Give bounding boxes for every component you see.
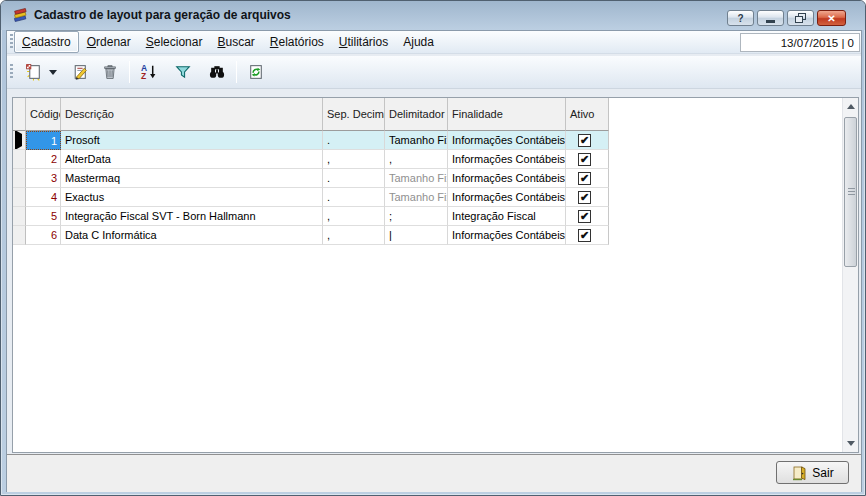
app-window: Cadastro de layout para geração de arqui… [0,0,866,496]
binoculars-icon [208,63,226,81]
cell-delimitador[interactable]: ; [385,207,448,226]
cell-sep-decimal[interactable]: . [323,169,385,188]
cell-descricao[interactable]: Mastermaq [61,169,323,188]
scrollbar-thumb[interactable] [844,117,857,267]
table-row[interactable]: 5 Integração Fiscal SVT - Born Hallmann … [13,207,609,226]
table-row[interactable]: 4 Exactus . Tamanho Fix Informações Cont… [13,188,609,207]
toolbar-separator [236,61,237,83]
cell-codigo[interactable]: 5 [26,207,61,226]
date-field: 13/07/2015 | 0 [740,33,860,52]
cell-delimitador[interactable]: , [385,150,448,169]
cell-finalidade[interactable]: Informações Contábeis [448,226,566,245]
cell-codigo[interactable]: 3 [26,169,61,188]
cell-descricao[interactable]: AlterData [61,150,323,169]
edit-record-button[interactable] [67,59,93,85]
header-codigo[interactable]: Código [26,98,61,131]
minimize-icon [766,20,775,23]
cell-finalidade[interactable]: Informações Contábeis [448,169,566,188]
menu-ordenar[interactable]: Ordenar [80,32,138,52]
maximize-button[interactable] [787,10,814,26]
cell-descricao[interactable]: Integração Fiscal SVT - Born Hallmann [61,207,323,226]
toolbar-separator [129,61,130,83]
sort-az-icon: A Z [140,63,158,81]
cell-codigo[interactable]: 6 [26,226,61,245]
menu-selecionar[interactable]: Selecionar [139,32,210,52]
cell-sep-decimal[interactable]: . [323,188,385,207]
menu-relatorios[interactable]: Relatórios [263,32,331,52]
header-finalidade[interactable]: Finalidade [448,98,566,131]
filter-icon [174,63,192,81]
close-button[interactable]: ✕ [817,10,846,26]
cell-descricao[interactable]: Data C Informática [61,226,323,245]
ativo-checkbox[interactable] [578,134,591,147]
edit-record-icon [71,63,89,81]
bottom-panel: Sair [7,454,861,492]
grid-header-row: Código Descrição Sep. Decima Delimitador… [13,98,609,131]
close-icon: ✕ [827,13,835,24]
client-area: Cadastro Ordenar Selecionar Buscar Relat… [6,30,862,492]
new-dropdown-arrow [49,70,57,75]
app-icon [12,8,28,24]
header-sep-decimal[interactable]: Sep. Decima [323,98,385,131]
cell-codigo[interactable]: 2 [26,150,61,169]
sort-button[interactable]: A Z [136,59,162,85]
cell-sep-decimal[interactable]: , [323,150,385,169]
new-dropdown-button[interactable] [47,59,59,85]
exit-button[interactable]: Sair [776,461,849,484]
cell-finalidade[interactable]: Informações Contábeis [448,131,566,150]
titlebar: Cadastro de layout para geração de arqui… [1,1,865,30]
table-row[interactable]: 6 Data C Informática , | Informações Con… [13,226,609,245]
menu-utilitarios[interactable]: Utilitários [332,32,395,52]
cell-sep-decimal[interactable]: , [323,226,385,245]
cell-descricao[interactable]: Exactus [61,188,323,207]
ativo-checkbox[interactable] [578,229,591,242]
menu-buscar[interactable]: Buscar [210,32,261,52]
ativo-checkbox[interactable] [578,153,591,166]
ativo-checkbox[interactable] [578,191,591,204]
arrow-up-icon [847,104,855,109]
new-record-button[interactable] [21,59,47,85]
find-button[interactable] [204,59,230,85]
cell-delimitador[interactable]: | [385,226,448,245]
header-descricao[interactable]: Descrição [61,98,323,131]
help-button[interactable]: ? [727,10,754,26]
header-ativo[interactable]: Ativo [566,98,609,131]
svg-text:Z: Z [141,71,146,81]
scrollbar-grip [848,188,855,196]
exit-door-icon [791,465,807,481]
refresh-button[interactable] [243,59,269,85]
menubar: Cadastro Ordenar Selecionar Buscar Relat… [7,31,861,54]
table-row[interactable]: 2 AlterData , , Informações Contábeis [13,150,609,169]
cell-sep-decimal[interactable]: , [323,207,385,226]
cell-finalidade[interactable]: Integração Fiscal [448,207,566,226]
header-delimitador[interactable]: Delimitador [385,98,448,131]
ativo-checkbox[interactable] [578,172,591,185]
cell-codigo[interactable]: 1 [26,131,61,150]
cell-descricao[interactable]: Prosoft [61,131,323,150]
table-row[interactable]: 3 Mastermaq . Tamanho Fix Informações Co… [13,169,609,188]
scroll-up-button[interactable] [843,98,859,115]
cell-delimitador[interactable]: Tamanho Fix [385,188,448,207]
cell-codigo[interactable]: 4 [26,188,61,207]
cell-sep-decimal[interactable]: . [323,131,385,150]
cell-finalidade[interactable]: Informações Contábeis [448,150,566,169]
toolbar: A Z [7,56,861,89]
minimize-button[interactable] [757,10,784,26]
scroll-down-button[interactable] [843,435,859,452]
restore-icon [795,13,806,23]
window-title: Cadastro de layout para geração de arqui… [34,8,291,22]
layout-grid: Código Descrição Sep. Decima Delimitador… [12,97,859,453]
cell-delimitador[interactable]: Tamanho Fix [385,131,448,150]
header-indicator [13,98,26,131]
arrow-down-icon [847,441,855,446]
menu-cadastro[interactable]: Cadastro [14,31,79,53]
delete-button[interactable] [97,59,123,85]
menu-ajuda[interactable]: Ajuda [396,32,441,52]
toolbar-gripper [10,64,13,80]
cell-finalidade[interactable]: Informações Contábeis [448,188,566,207]
cell-delimitador[interactable]: Tamanho Fix [385,169,448,188]
ativo-checkbox[interactable] [578,210,591,223]
vertical-scrollbar[interactable] [842,98,858,452]
filter-button[interactable] [170,59,196,85]
table-row[interactable]: 1 Prosoft . Tamanho Fix Informações Cont… [13,131,609,150]
